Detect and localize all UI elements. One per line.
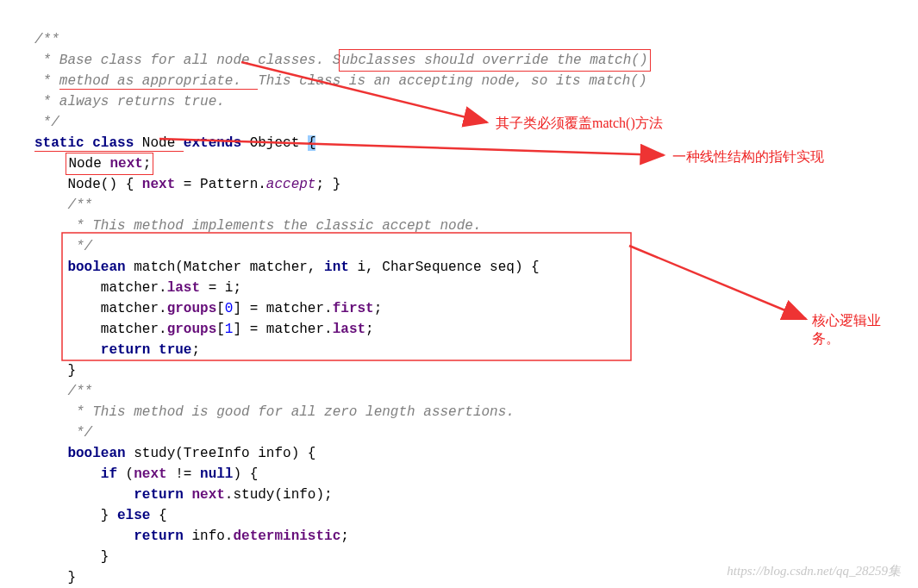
code-line: if (next != null) {: [34, 466, 258, 482]
code-line: return next.study(info);: [34, 487, 333, 503]
code-line: }: [34, 570, 76, 585]
comment-line: */: [34, 115, 59, 130]
comment-line: * This method is good for all zero lengt…: [34, 404, 515, 420]
code-line: Node() { next = Pattern.accept; }: [34, 177, 340, 192]
underline: method as appropriate.: [59, 73, 258, 90]
comment-line: /**: [34, 384, 92, 399]
comment-line: */: [34, 425, 92, 441]
annotation-text: 一种线性结构的指针实现: [672, 148, 824, 166]
code-line: boolean study(TreeInfo info) {: [34, 446, 315, 461]
comment-line: * method as appropriate. This class is a…: [34, 73, 647, 90]
code-line: matcher.groups[1] = matcher.last;: [34, 322, 374, 337]
comment-line: * always returns true.: [34, 94, 225, 109]
highlight-box: Node next;: [66, 153, 153, 175]
comment-line: /**: [34, 32, 59, 47]
annotation-text: 核心逻辑业务。: [812, 312, 907, 348]
code-line: return true;: [34, 342, 200, 358]
code-line: return info.deterministic;: [34, 529, 349, 544]
comment-line: */: [34, 239, 92, 254]
highlight-box: ubclasses should override the match(): [339, 49, 650, 72]
code-line: } else {: [34, 508, 167, 523]
code-block: /** * Base class for all node classes. S…: [0, 0, 918, 588]
code-line: static class Node extends Object {: [34, 135, 315, 152]
code-line: matcher.groups[0] = matcher.first;: [34, 301, 382, 316]
comment-line: * Base class for all node classes. Subcl…: [34, 53, 649, 68]
annotation-text: 其子类必须覆盖match()方法: [496, 115, 663, 133]
code-line: matcher.last = i;: [34, 280, 241, 296]
comment-line: * This method implements the classic acc…: [34, 218, 481, 234]
comment-line: /**: [34, 197, 92, 213]
code-line: boolean match(Matcher matcher, int i, Ch…: [34, 260, 540, 275]
watermark: https://blog.csdn.net/qq_28259集: [727, 563, 901, 579]
code-line: }: [34, 363, 76, 378]
code-line: }: [34, 549, 109, 565]
code-line: Node next;: [34, 156, 152, 172]
